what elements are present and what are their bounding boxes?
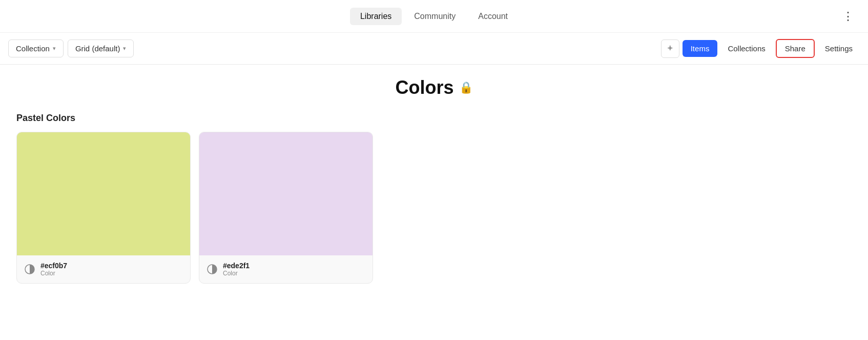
items-button[interactable]: Items bbox=[683, 40, 718, 57]
more-menu-button[interactable]: ⋮ bbox=[838, 8, 858, 25]
color-details: #ede2f1Color bbox=[223, 262, 250, 277]
color-hex: #ede2f1 bbox=[223, 262, 250, 270]
title-row: Colors 🔒 bbox=[16, 77, 852, 98]
nav-tab-community[interactable]: Community bbox=[404, 8, 466, 25]
toolbar-left: Collection ▾ Grid (default) ▾ bbox=[8, 39, 657, 57]
collection-dropdown[interactable]: Collection ▾ bbox=[8, 39, 64, 57]
view-label: Grid (default) bbox=[75, 44, 120, 53]
color-swatch bbox=[17, 132, 190, 255]
page-title: Colors bbox=[395, 77, 453, 98]
view-dropdown[interactable]: Grid (default) ▾ bbox=[68, 39, 134, 57]
nav-tab-account[interactable]: Account bbox=[468, 8, 518, 25]
color-type: Color bbox=[223, 270, 250, 277]
color-info: #ede2f1Color bbox=[199, 255, 373, 283]
nav-tab-libraries[interactable]: Libraries bbox=[350, 8, 402, 25]
share-button[interactable]: Share bbox=[776, 39, 815, 58]
collection-label: Collection bbox=[16, 44, 50, 53]
color-type: Color bbox=[40, 270, 67, 277]
settings-button[interactable]: Settings bbox=[818, 40, 860, 57]
section-title: Pastel Colors bbox=[16, 113, 852, 124]
nav-tabs: Libraries Community Account bbox=[350, 8, 518, 25]
color-swatch bbox=[199, 132, 373, 255]
chevron-down-icon: ▾ bbox=[53, 45, 56, 52]
color-grid: #ecf0b7Color #ede2f1Color bbox=[16, 132, 852, 284]
color-mode-icon bbox=[206, 264, 218, 275]
top-navigation: Libraries Community Account ⋮ bbox=[0, 0, 868, 33]
page-content: Colors 🔒 Pastel Colors #ecf0b7Color #ede… bbox=[0, 65, 868, 296]
add-button[interactable]: + bbox=[661, 39, 679, 58]
lock-icon: 🔒 bbox=[459, 81, 473, 94]
color-card[interactable]: #ede2f1Color bbox=[199, 132, 373, 284]
plus-icon: + bbox=[667, 43, 673, 54]
collections-button[interactable]: Collections bbox=[720, 40, 772, 57]
color-card[interactable]: #ecf0b7Color bbox=[16, 132, 191, 284]
pastel-colors-section: Pastel Colors #ecf0b7Color #ede2f1Color bbox=[16, 113, 852, 284]
toolbar: Collection ▾ Grid (default) ▾ + Items Co… bbox=[0, 33, 868, 65]
chevron-down-icon: ▾ bbox=[123, 45, 126, 52]
color-hex: #ecf0b7 bbox=[40, 262, 67, 270]
color-details: #ecf0b7Color bbox=[40, 262, 67, 277]
color-mode-icon bbox=[24, 264, 35, 275]
toolbar-right: + Items Collections Share Settings bbox=[661, 39, 860, 58]
color-info: #ecf0b7Color bbox=[17, 255, 190, 283]
